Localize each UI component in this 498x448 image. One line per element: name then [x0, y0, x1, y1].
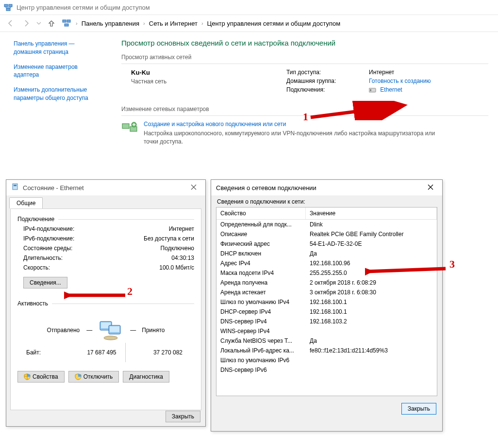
details-row[interactable]: Аренда получена2 октября 2018 г. 6:08:29	[216, 278, 437, 288]
details-row[interactable]: Локальный IPv6-адрес ка...fe80::f1e2:13d…	[216, 346, 437, 355]
nav-back-button[interactable]	[4, 16, 17, 30]
ipv6-conn-label: IPv6-подключение:	[23, 235, 74, 242]
breadcrumb-item[interactable]: Панель управления	[81, 20, 140, 27]
svg-rect-8	[122, 124, 129, 128]
svg-rect-0	[4, 4, 8, 7]
network-center-icon	[4, 3, 13, 12]
annotation-number-1: 1	[303, 111, 308, 123]
left-link-advanced-sharing[interactable]: Изменить дополнительные параметры общего…	[14, 86, 104, 102]
svg-rect-5	[65, 24, 68, 26]
left-nav-pane: Панель управления — домашняя страница Из…	[0, 32, 112, 192]
svg-point-17	[104, 336, 117, 340]
ipv4-conn-value: Интернет	[169, 225, 194, 232]
value-cell: 54-E1-AD-7E-32-0E	[306, 239, 437, 249]
bytes-label: Байт:	[20, 349, 59, 356]
col-property[interactable]: Свойство	[216, 208, 306, 219]
main-window-title-bar: Центр управления сетями и общим доступом	[0, 0, 498, 15]
details-list[interactable]: Свойство Значение Определенный для подк.…	[216, 207, 437, 396]
value-cell	[306, 355, 437, 365]
details-row[interactable]: Адрес IPv4192.168.100.96	[216, 258, 437, 268]
value-cell: 192.168.100.96	[306, 258, 437, 268]
close-button[interactable]	[184, 181, 203, 193]
property-cell: Определенный для подк...	[216, 220, 306, 229]
value-cell	[306, 326, 437, 336]
diagnose-button[interactable]: Диагностика	[123, 371, 169, 383]
value-cell: fe80::f1e2:13d1:d211:4d59%3	[306, 346, 437, 355]
ethernet-icon	[369, 87, 377, 93]
value-cell: 3 октября 2018 г. 6:08:30	[306, 288, 437, 297]
group-activity: Активность	[17, 300, 48, 307]
details-row[interactable]: DHCP включенДа	[216, 249, 437, 258]
left-link-home[interactable]: Панель управления — домашняя страница	[14, 40, 104, 56]
properties-button[interactable]: Свойства	[17, 371, 65, 383]
details-row[interactable]: DHCP-сервер IPv4192.168.100.1	[216, 307, 437, 317]
tab-strip: Общие	[6, 195, 205, 208]
svg-rect-2	[6, 8, 10, 11]
details-row[interactable]: Физический адрес54-E1-AD-7E-32-0E	[216, 239, 437, 249]
details-row[interactable]: Определенный для подк...Dlink	[216, 220, 437, 229]
details-row[interactable]: DNS-сервер IPv6	[216, 365, 437, 375]
tab-general[interactable]: Общие	[9, 197, 43, 208]
property-cell: Адрес IPv4	[216, 258, 306, 268]
close-button[interactable]: Закрыть	[401, 403, 436, 415]
shield-icon	[75, 373, 82, 380]
svg-rect-11	[13, 184, 17, 190]
details-row[interactable]: Аренда истекает3 октября 2018 г. 6:08:30	[216, 288, 437, 297]
details-row[interactable]: Служба NetBIOS через T...Да	[216, 336, 437, 346]
homegroup-link[interactable]: Готовность к созданию	[369, 78, 431, 84]
close-button[interactable]: Закрыть	[166, 411, 200, 422]
main-window-title: Центр управления сетями и общим доступом	[17, 4, 150, 11]
details-row[interactable]: Маска подсети IPv4255.255.255.0	[216, 268, 437, 278]
shield-icon	[24, 373, 31, 380]
svg-rect-1	[9, 4, 12, 7]
breadcrumb-item[interactable]: Центр управления сетями и общим доступом	[206, 20, 342, 27]
network-name: Ku-Ku	[131, 69, 286, 76]
details-list-label: Сведения о подключении к сети:	[217, 198, 437, 205]
active-network-row: Ku-Ku Частная сеть Тип доступа: Интернет…	[121, 69, 488, 93]
ipv4-conn-label: IPv4-подключение:	[23, 225, 74, 232]
ethernet-status-dialog: Состояние - Ethernet Общие Подключение I…	[6, 179, 206, 427]
details-row[interactable]: Шлюз по умолчанию IPv4192.168.100.1	[216, 297, 437, 307]
value-cell: Да	[306, 336, 437, 346]
details-row[interactable]: ОписаниеRealtek PCIe GBE Family Controll…	[216, 229, 437, 239]
media-state-label: Состояние среды:	[23, 245, 72, 252]
access-type-label: Тип доступа:	[286, 69, 369, 76]
nav-recent-dropdown[interactable]	[35, 16, 43, 30]
connection-info: IPv4-подключение:Интернет IPv6-подключен…	[23, 225, 194, 271]
connections-label: Подключения:	[286, 86, 369, 93]
ethernet-connection-link[interactable]: Ethernet	[380, 86, 402, 93]
property-cell: Шлюз по умолчанию IPv6	[216, 355, 306, 365]
breadcrumb-item[interactable]: Сеть и Интернет	[148, 20, 199, 27]
media-state-value: Подключено	[161, 245, 194, 252]
value-cell: 255.255.255.0	[306, 268, 437, 278]
setup-connection-desc: Настройка широкополосного, коммутируемог…	[144, 129, 445, 146]
col-value[interactable]: Значение	[306, 208, 437, 219]
nav-up-button[interactable]	[45, 16, 58, 30]
details-row[interactable]: Шлюз по умолчанию IPv6	[216, 355, 437, 365]
value-cell: 192.168.100.1	[306, 307, 437, 317]
value-cell: Да	[306, 249, 437, 258]
disable-button[interactable]: Отключить	[68, 371, 119, 383]
property-cell: Физический адрес	[216, 239, 306, 249]
ethernet-status-icon	[11, 183, 19, 192]
network-type: Частная сеть	[131, 78, 286, 85]
property-cell: Маска подсети IPv4	[216, 268, 306, 278]
left-link-adapter-settings[interactable]: Изменение параметров адаптера	[14, 63, 104, 80]
details-row[interactable]: DNS-сервер IPv4192.168.103.2	[216, 317, 437, 326]
details-dialog-title: Сведения о сетевом подключении	[216, 184, 316, 192]
property-cell: DNS-сервер IPv6	[216, 365, 306, 375]
sent-bytes: 17 687 495	[59, 349, 125, 356]
svg-rect-7	[370, 89, 371, 91]
value-cell	[306, 365, 437, 375]
property-cell: Аренда истекает	[216, 288, 306, 297]
value-cell: 192.168.103.2	[306, 317, 437, 326]
details-row[interactable]: WINS-сервер IPv4	[216, 326, 437, 336]
property-cell: Шлюз по умолчанию IPv4	[216, 297, 306, 307]
setup-connection-link[interactable]: Создание и настройка нового подключения …	[144, 121, 445, 128]
close-button[interactable]	[421, 181, 440, 193]
group-connection: Подключение	[17, 216, 54, 223]
nav-forward-button[interactable]	[19, 16, 33, 30]
chevron-right-icon: ›	[199, 20, 206, 26]
sent-label: Отправлено	[47, 327, 80, 334]
details-button[interactable]: Сведения...	[23, 277, 67, 288]
